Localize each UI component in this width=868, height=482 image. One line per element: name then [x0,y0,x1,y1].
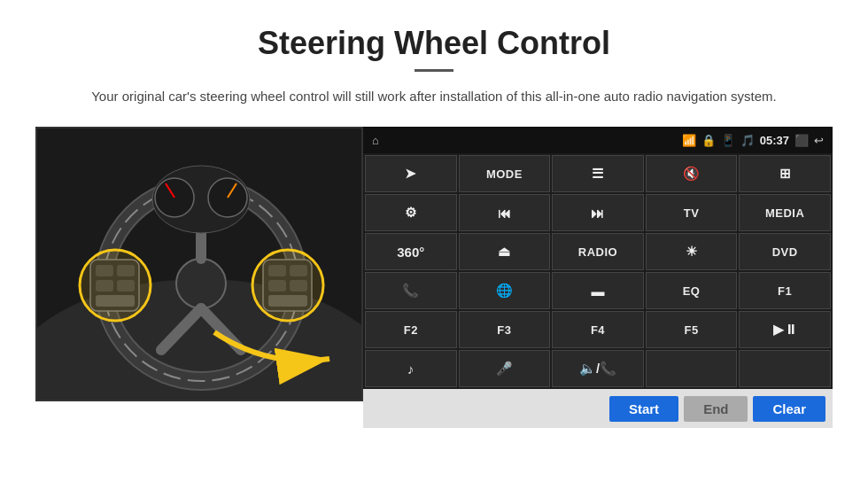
media-label: MEDIA [765,206,804,220]
music-icon: ♪ [407,362,415,377]
settings-icon: ⚙ [405,205,416,221]
f3-label: F3 [497,323,511,337]
settings-button[interactable]: ⚙ [365,194,457,231]
apps-button[interactable]: ⊞ [739,155,831,192]
status-time: 05:37 [760,134,789,147]
tv-label: TV [684,206,700,220]
list-button[interactable]: ☰ [552,155,644,192]
eject-button[interactable]: ⏏ [459,233,551,270]
lock-icon: 🔒 [701,134,716,147]
steering-svg [37,128,363,401]
aspect-button[interactable]: ▬ [552,272,644,309]
sim-icon: 📱 [721,134,735,147]
apps-icon: ⊞ [779,166,791,182]
bottom-bar: Start End Clear [363,389,833,428]
page-title: Steering Wheel Control [35,25,833,62]
nav-button[interactable]: ➤ [365,155,457,192]
next-button[interactable]: ⏭ [552,194,644,231]
empty2 [739,350,831,387]
phone-icon: 📞 [402,283,419,299]
next-icon: ⏭ [591,206,604,221]
wifi-icon: 📶 [682,134,696,147]
playpause-button[interactable]: ▶⏸ [739,311,831,348]
page-wrapper: Steering Wheel Control Your original car… [0,0,868,428]
eq-label: EQ [683,284,701,298]
page-subtitle: Your original car's steering wheel contr… [35,86,833,107]
dvd-button[interactable]: DVD [739,233,831,270]
tv-button[interactable]: TV [646,194,738,231]
radio-label: RADIO [578,245,617,259]
eq-button[interactable]: EQ [646,272,738,309]
start-button[interactable]: Start [609,396,678,422]
f5-label: F5 [685,323,699,337]
cam360-icon: 360° [397,245,424,260]
f2-button[interactable]: F2 [365,311,457,348]
brightness-button[interactable]: ☀ [646,233,738,270]
status-bar: ⌂ 📶 🔒 📱 🎵 05:37 ⬛ ↩ [363,127,833,153]
f4-button[interactable]: F4 [552,311,644,348]
aspect-icon: ▬ [591,284,604,299]
end-button[interactable]: End [684,396,748,422]
mute-button[interactable]: 🔇 [646,155,738,192]
status-right: 📶 🔒 📱 🎵 05:37 ⬛ ↩ [682,134,824,147]
status-left: ⌂ [372,134,379,147]
phone-button[interactable]: 📞 [365,272,457,309]
music-button[interactable]: ♪ [365,350,457,387]
svg-point-5 [176,259,226,308]
radio-button[interactable]: RADIO [552,233,644,270]
prev-icon: ⏮ [498,206,511,221]
dvd-label: DVD [772,245,798,259]
globe-button[interactable]: 🌐 [459,272,551,309]
eject-icon: ⏏ [498,244,510,260]
prev-button[interactable]: ⏮ [459,194,551,231]
volphone-button[interactable]: 🔈/📞 [552,350,644,387]
f1-label: F1 [778,284,792,298]
mic-button[interactable]: 🎤 [459,350,551,387]
title-divider [415,69,453,72]
svg-point-27 [252,250,323,321]
back-icon: ↩ [814,134,824,147]
nav-icon: ➤ [405,166,416,182]
control-panel: ⌂ 📶 🔒 📱 🎵 05:37 ⬛ ↩ ➤ MODE ☰ 🔇 [363,127,833,428]
mute-icon: 🔇 [683,166,700,182]
button-grid: ➤ MODE ☰ 🔇 ⊞ ⚙ ⏮ ⏭ TV MEDIA 360° ⏏ RADIO… [363,153,833,389]
f3-button[interactable]: F3 [459,311,551,348]
screen-icon: ⬛ [794,134,809,147]
playpause-icon: ▶⏸ [773,322,797,338]
mode-button[interactable]: MODE [459,155,551,192]
home-icon: ⌂ [372,134,379,147]
globe-icon: 🌐 [496,283,513,299]
list-icon: ☰ [592,166,603,182]
f4-label: F4 [591,323,605,337]
f5-button[interactable]: F5 [646,311,738,348]
cam360-button[interactable]: 360° [365,233,457,270]
media-button[interactable]: MEDIA [739,194,831,231]
steering-wheel-image [35,127,363,401]
f1-button[interactable]: F1 [739,272,831,309]
empty1 [646,350,738,387]
brightness-icon: ☀ [686,244,697,260]
svg-point-26 [80,250,151,321]
bluetooth-icon: 🎵 [740,134,755,147]
mic-icon: 🎤 [496,361,513,377]
volphone-icon: 🔈/📞 [579,361,616,377]
clear-button[interactable]: Clear [753,396,825,422]
content-row: ⌂ 📶 🔒 📱 🎵 05:37 ⬛ ↩ ➤ MODE ☰ 🔇 [35,127,833,428]
mode-label: MODE [486,167,523,181]
f2-label: F2 [404,323,418,337]
